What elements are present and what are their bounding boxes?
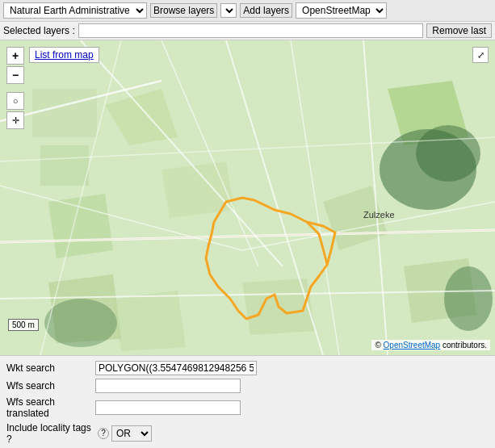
map-container[interactable]: Zulzeke + − ○ ✛ List from map ⤢ 500 m © …	[0, 40, 495, 355]
wkt-search-row: Wkt search	[6, 361, 489, 375]
remove-last-button[interactable]: Remove last	[426, 23, 492, 38]
svg-point-13	[416, 125, 480, 182]
svg-marker-4	[162, 161, 234, 218]
svg-point-15	[44, 299, 117, 347]
selected-layers-input[interactable]	[78, 23, 424, 38]
svg-rect-1	[32, 89, 97, 137]
svg-point-14	[444, 266, 493, 331]
openstreetmap-link[interactable]: OpenStreetMap	[384, 341, 441, 350]
wkt-search-label: Wkt search	[6, 362, 95, 374]
map-svg: Zulzeke	[0, 40, 495, 355]
browse-layers-button[interactable]: Browse layers	[150, 3, 217, 18]
wfs-translated-row: Wfs search translated	[6, 396, 489, 419]
svg-text:Zulzeke: Zulzeke	[363, 210, 395, 220]
wfs-search-input[interactable]	[95, 379, 241, 393]
layers-row: Selected layers : Remove last	[0, 22, 495, 40]
include-locality-row: Include locality tags ? ? OR AND	[6, 422, 489, 445]
zoom-out-button[interactable]: −	[6, 66, 24, 84]
include-locality-label: Include locality tags ?	[6, 422, 95, 445]
attribution-suffix: contributors.	[440, 341, 487, 350]
zoom-in-button[interactable]: +	[6, 47, 24, 65]
wfs-translated-label: Wfs search translated	[6, 396, 95, 419]
draw-shape-button[interactable]: ○	[6, 92, 24, 110]
wfs-search-row: Wfs search	[6, 379, 489, 393]
fullscreen-button[interactable]: ⤢	[472, 47, 489, 63]
include-locality-help[interactable]: ?	[98, 428, 109, 439]
toolbar: Natural Earth Administrative Browse laye…	[0, 0, 495, 22]
wkt-search-input[interactable]	[95, 361, 257, 375]
basemap-select[interactable]: OpenStreetMap	[296, 2, 387, 19]
wfs-search-label: Wfs search	[6, 380, 95, 391]
attribution-prefix: ©	[375, 341, 383, 350]
layer-select[interactable]: Natural Earth Administrative	[3, 2, 147, 19]
map-controls: + − ○ ✛	[6, 47, 24, 129]
selected-layers-label: Selected layers :	[3, 25, 75, 36]
wfs-translated-input[interactable]	[95, 400, 241, 415]
add-marker-button[interactable]: ✛	[6, 111, 24, 129]
scale-bar: 500 m	[8, 319, 39, 331]
list-from-map-link[interactable]: List from map	[29, 47, 99, 63]
add-layers-button[interactable]: Add layers	[240, 3, 292, 18]
svg-marker-7	[48, 194, 113, 258]
browse-layers-dropdown[interactable]: ▼	[220, 3, 237, 18]
svg-marker-11	[113, 291, 186, 351]
include-locality-select[interactable]: OR AND	[111, 425, 152, 442]
map-attribution: © OpenStreetMap contributors.	[371, 340, 490, 350]
svg-rect-2	[40, 145, 89, 186]
bottom-form: Wkt search Wfs search Wfs search transla…	[0, 355, 495, 448]
